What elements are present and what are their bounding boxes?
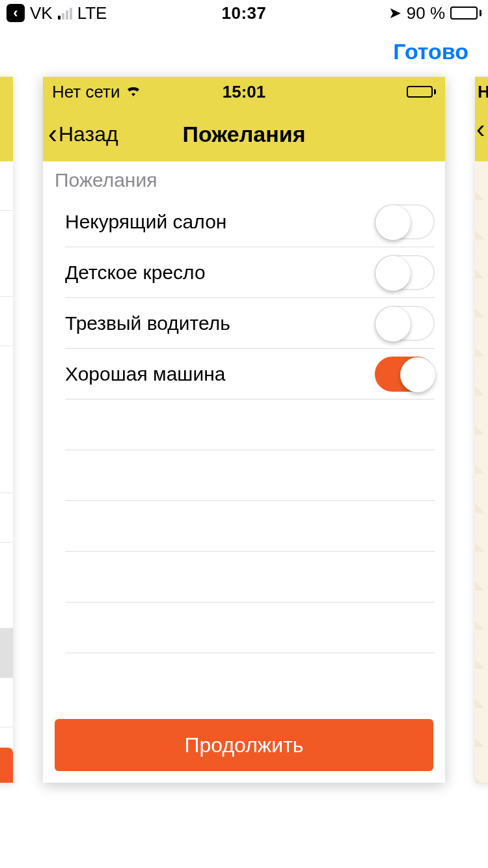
empty-row bbox=[65, 552, 435, 603]
outer-nav-bar: Готово bbox=[0, 26, 488, 77]
option-toggle[interactable] bbox=[375, 306, 435, 341]
option-toggle[interactable] bbox=[375, 357, 435, 392]
empty-row bbox=[65, 400, 435, 450]
option-toggle[interactable] bbox=[375, 255, 435, 290]
map-icon bbox=[475, 161, 488, 783]
inner-battery-icon bbox=[407, 86, 436, 98]
carousel-card-prev[interactable] bbox=[0, 77, 13, 783]
option-label: Некурящий салон bbox=[65, 211, 226, 233]
section-header: Пожелания bbox=[43, 161, 445, 197]
done-button[interactable]: Готово bbox=[393, 39, 468, 64]
option-row: Детское кресло bbox=[65, 247, 435, 298]
outer-clock: 10:37 bbox=[0, 3, 488, 23]
option-row: Хорошая машина bbox=[65, 349, 435, 400]
option-label: Детское кресло bbox=[65, 262, 206, 284]
option-label: Хорошая машина bbox=[65, 363, 225, 385]
options-list: Некурящий салон Детское кресло Трезвый в… bbox=[43, 197, 445, 653]
option-row: Некурящий салон bbox=[65, 197, 435, 247]
wifi-icon bbox=[126, 83, 141, 100]
outer-status-bar: ‹ VK LTE 10:37 ➤ 90 % bbox=[0, 0, 488, 26]
continue-button[interactable]: Продолжить bbox=[55, 719, 433, 771]
carousel-card-current: Нет сети 15:01 ‹ Назад Пожелания bbox=[43, 77, 445, 783]
carousel-card-next[interactable]: Н ‹ bbox=[475, 77, 488, 783]
option-toggle[interactable] bbox=[375, 204, 435, 239]
back-label: Назад bbox=[59, 122, 118, 146]
empty-row bbox=[65, 501, 435, 552]
screenshot-carousel[interactable]: Н ‹ Нет сети 15:01 bbox=[0, 77, 488, 783]
option-label: Трезвый водитель bbox=[65, 312, 230, 334]
inner-carrier: Нет сети bbox=[52, 82, 120, 102]
chevron-left-icon: ‹ bbox=[48, 120, 57, 148]
empty-row bbox=[65, 450, 435, 501]
inner-nav-bar: ‹ Назад Пожелания bbox=[43, 107, 445, 161]
option-row: Трезвый водитель bbox=[65, 298, 435, 349]
inner-status-bar: Нет сети 15:01 bbox=[43, 77, 445, 107]
empty-row bbox=[65, 603, 435, 653]
back-button[interactable]: ‹ Назад bbox=[43, 120, 118, 148]
